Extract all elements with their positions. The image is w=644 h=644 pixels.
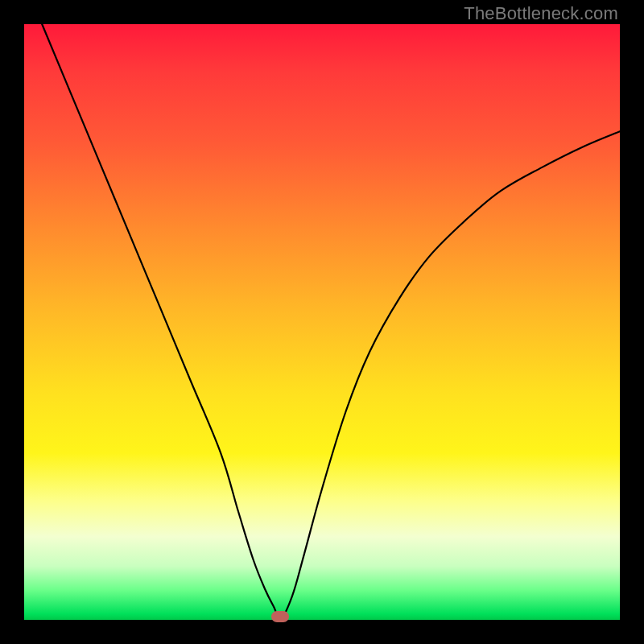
minimum-marker: [271, 611, 289, 622]
bottleneck-curve: [24, 24, 620, 620]
watermark-text: TheBottleneck.com: [464, 3, 618, 24]
chart-frame: TheBottleneck.com: [0, 0, 644, 644]
plot-area: [24, 24, 620, 620]
